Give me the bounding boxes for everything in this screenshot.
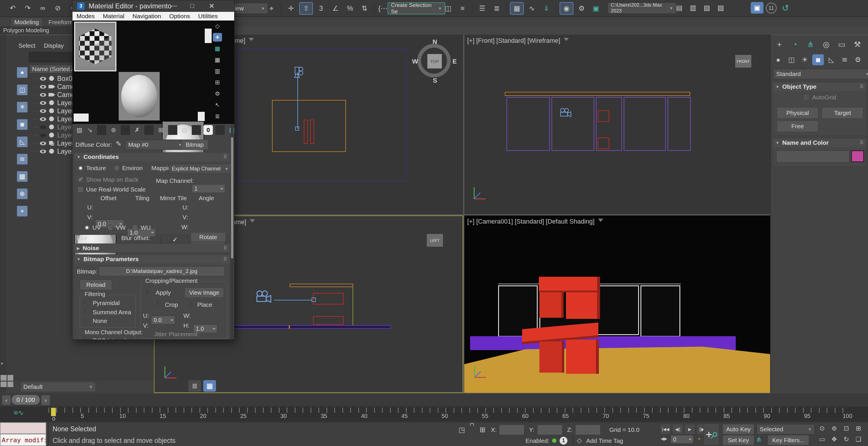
sample-scroll-handle[interactable] bbox=[198, 112, 205, 121]
visibility-eye-icon[interactable] bbox=[40, 150, 46, 153]
zoom-extents-all-icon[interactable]: ⊞ bbox=[853, 423, 864, 433]
percent-snap-icon[interactable]: % bbox=[344, 3, 356, 14]
visibility-eye-icon[interactable] bbox=[40, 142, 46, 145]
camera-icon[interactable] bbox=[292, 66, 304, 80]
object-category-dropdown[interactable]: Standard▼ bbox=[773, 69, 868, 79]
minimize-icon[interactable]: — bbox=[170, 2, 177, 9]
show-map-on-back-checkbox[interactable] bbox=[78, 177, 84, 183]
visibility-eye-icon[interactable] bbox=[40, 85, 46, 89]
visibility-eye-icon[interactable] bbox=[40, 101, 46, 105]
rendered-frame-window-icon[interactable]: ▣ bbox=[590, 3, 602, 14]
texture-radio[interactable] bbox=[78, 165, 84, 171]
maximize-viewport-icon[interactable]: ❏ bbox=[853, 435, 864, 444]
material-editor-options-icon[interactable]: ⚙ bbox=[213, 89, 222, 98]
environ-radio[interactable] bbox=[114, 165, 120, 171]
close-icon[interactable]: ✕ bbox=[209, 2, 215, 10]
map-name-dropdown[interactable]: Map #0▼ bbox=[125, 140, 185, 150]
crop-u-input[interactable]: 0.0 bbox=[151, 316, 175, 324]
sample-uv-tiling-icon[interactable]: ▦ bbox=[213, 56, 222, 64]
ribbon-panel-header[interactable]: Polygon Modeling bbox=[0, 27, 73, 34]
zoom-icon[interactable]: ⊙ bbox=[816, 423, 828, 433]
redo-icon[interactable]: ↷ bbox=[21, 2, 34, 14]
explorer-menu-display[interactable]: Display bbox=[44, 42, 64, 49]
material-editor-icon[interactable]: ◉ bbox=[560, 2, 574, 15]
zoom-all-icon[interactable]: ⊚ bbox=[829, 423, 840, 433]
use-real-world-scale-checkbox[interactable] bbox=[78, 186, 84, 193]
viewcube-mini[interactable]: FRONT bbox=[735, 55, 751, 68]
track-bar[interactable]: ≡∿ 5101520253035404550556065707580859095… bbox=[0, 407, 868, 421]
pivot-center-icon[interactable]: ✛ bbox=[285, 3, 298, 14]
frame-forward-button[interactable]: › bbox=[41, 395, 50, 405]
filter-layers-icon[interactable]: ▩ bbox=[17, 171, 28, 182]
visibility-eye-icon[interactable] bbox=[40, 125, 46, 129]
eyedropper-icon[interactable]: ✐ bbox=[114, 141, 122, 146]
compass-west[interactable]: W bbox=[412, 58, 418, 65]
previous-frame-icon[interactable]: ◀|| bbox=[672, 424, 683, 435]
visibility-eye-icon[interactable] bbox=[40, 93, 46, 97]
scene-script-new-icon[interactable]: ▤ bbox=[673, 2, 685, 13]
viewport-filter-icon[interactable] bbox=[598, 219, 603, 225]
snap-toggle-3d-icon[interactable]: 3 bbox=[315, 3, 328, 14]
category-lights-icon[interactable]: ☀ bbox=[799, 54, 810, 65]
u-mirror-checkbox[interactable] bbox=[160, 237, 161, 243]
key-mode-icon[interactable]: ⋔ bbox=[756, 436, 762, 444]
current-frame-input[interactable]: 0 bbox=[671, 435, 693, 444]
viewport-layout-icon[interactable] bbox=[1, 375, 13, 387]
apply-checkbox[interactable] bbox=[147, 289, 148, 294]
viewport-filter-icon[interactable] bbox=[249, 38, 254, 43]
physical-camera-button[interactable]: Physical bbox=[777, 107, 818, 119]
camera-target-box[interactable] bbox=[295, 126, 299, 130]
category-systems-icon[interactable]: ⚙ bbox=[852, 54, 864, 65]
time-configuration-icon[interactable]: ◔ bbox=[696, 435, 701, 443]
camera-icon[interactable] bbox=[255, 290, 274, 305]
reload-button[interactable]: Reload bbox=[80, 279, 112, 290]
menu-item[interactable]: Modes bbox=[76, 13, 95, 20]
select-and-link-icon[interactable]: ∞ bbox=[36, 2, 49, 14]
pan-icon[interactable]: ✥ bbox=[829, 435, 840, 444]
put-material-to-scene-icon[interactable]: ↘ bbox=[85, 125, 94, 135]
dope-sheet-icon[interactable]: ⇓ bbox=[540, 3, 553, 14]
filter-geometry-icon[interactable]: ◫ bbox=[17, 84, 28, 95]
compass-north[interactable]: N bbox=[433, 38, 437, 46]
material-editor-scrollbar[interactable] bbox=[231, 124, 234, 339]
curve-view-toggle-icon[interactable]: ≡∿ bbox=[14, 409, 24, 417]
viewcube-face[interactable]: TOP bbox=[427, 54, 442, 68]
video-color-check-icon[interactable]: ▥ bbox=[213, 67, 222, 76]
maxscript-mini-listener-pink[interactable] bbox=[0, 422, 46, 434]
category-spacewarps-icon[interactable]: ≋ bbox=[839, 54, 850, 65]
y-coord-input[interactable] bbox=[537, 425, 562, 435]
viewport-filter-icon[interactable] bbox=[250, 219, 255, 225]
select-object-icon[interactable]: ⇧ bbox=[299, 2, 313, 15]
zoom-region-icon[interactable]: ▭ bbox=[816, 435, 828, 444]
category-geometry-icon[interactable]: ● bbox=[772, 54, 784, 65]
ribbon-toggle-icon[interactable]: ▦ bbox=[510, 2, 524, 15]
viewport-filter-icon[interactable] bbox=[564, 38, 569, 43]
viewport-front[interactable]: [+] [Front] [Standard] [Wireframe] FRONT bbox=[464, 35, 770, 214]
rollout-header[interactable]: ▼Object Type⠿ bbox=[773, 82, 866, 91]
visibility-eye-icon[interactable] bbox=[40, 77, 46, 81]
named-selection-set-dropdown[interactable]: Create Selection Se▼ bbox=[388, 2, 445, 14]
compass-east[interactable]: E bbox=[453, 58, 457, 65]
key-filters-button[interactable]: Key Filters... bbox=[768, 435, 809, 445]
bitmap-path-button[interactable]: D:\Mafalda\pav_xadrez_2.jpg bbox=[99, 266, 225, 276]
scrollbar-thumb[interactable] bbox=[231, 137, 233, 259]
frame-counter[interactable]: 0 / 100 bbox=[11, 395, 40, 405]
visibility-eye-icon[interactable] bbox=[40, 117, 46, 121]
set-keys-button[interactable]: + bbox=[704, 423, 720, 445]
sample-scroll-handle[interactable] bbox=[205, 29, 212, 43]
angle-snap-icon[interactable]: ∠ bbox=[329, 3, 342, 14]
tab-motion-icon[interactable]: ◎ bbox=[820, 39, 833, 50]
material-id-channel-icon[interactable]: 0 bbox=[204, 125, 213, 135]
project-folder-dropdown[interactable]: C:\Users\202...3ds Max 2023▼ bbox=[608, 2, 676, 14]
maximize-icon[interactable]: □ bbox=[190, 2, 194, 9]
unlink-selection-icon[interactable]: ⊘ bbox=[52, 2, 64, 14]
free-camera-button[interactable]: Free bbox=[777, 120, 818, 132]
undo-icon[interactable]: ↶ bbox=[6, 2, 19, 14]
revert-scene-icon[interactable]: ↺ bbox=[779, 2, 792, 13]
filter-bones-icon[interactable]: ⌖ bbox=[17, 206, 28, 217]
camera-target-box[interactable] bbox=[312, 298, 316, 302]
filter-lights-icon[interactable]: ☀ bbox=[17, 102, 28, 113]
scene-script-run-icon[interactable]: ▨ bbox=[714, 2, 727, 13]
rollout-header[interactable]: ▶Noise⠿ bbox=[74, 244, 230, 252]
assign-material-to-selection-icon[interactable]: ⊚ bbox=[109, 125, 118, 135]
